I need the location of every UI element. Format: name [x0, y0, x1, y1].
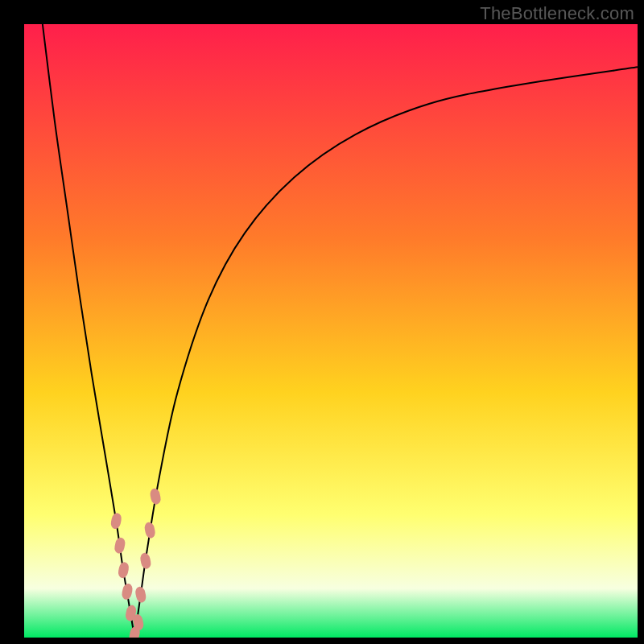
plot-svg	[24, 24, 638, 638]
chart-frame: TheBottleneck.com	[0, 0, 644, 644]
plot-area	[24, 24, 638, 638]
watermark-text: TheBottleneck.com	[480, 3, 634, 24]
